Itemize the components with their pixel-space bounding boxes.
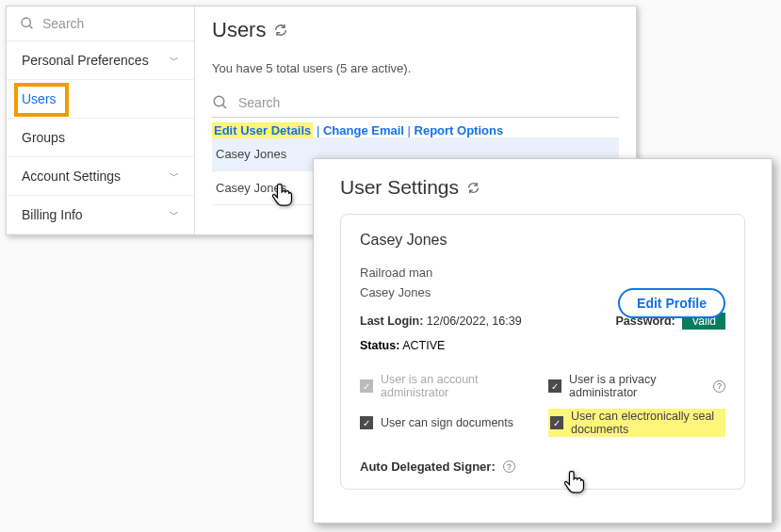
- settings-title: User Settings: [340, 176, 745, 210]
- last-login-label: Last Login:: [360, 314, 423, 328]
- permission-checks: ✓ User is an account administrator ✓ Use…: [360, 373, 725, 437]
- help-icon[interactable]: ?: [713, 380, 725, 393]
- check-privacy-admin[interactable]: ✓ User is a privacy administrator ?: [548, 373, 725, 399]
- status-label: Status:: [360, 339, 399, 352]
- profile-role: Railroad man: [360, 266, 725, 280]
- help-icon[interactable]: ?: [503, 460, 515, 473]
- svg-line-1: [29, 25, 32, 28]
- change-email-link[interactable]: Change Email: [323, 123, 404, 137]
- auto-delegated-signer: Auto Delegated Signer: ?: [360, 459, 725, 474]
- sidebar-search[interactable]: Search: [7, 7, 194, 41]
- sidebar-item-label: Groups: [22, 130, 65, 145]
- refresh-icon[interactable]: [273, 23, 288, 38]
- check-label: User is a privacy administrator: [569, 373, 708, 399]
- separator: |: [313, 123, 323, 137]
- chevron-down-icon: ﹀: [170, 54, 179, 67]
- check-account-admin: ✓ User is an account administrator: [360, 373, 537, 399]
- chevron-down-icon: ﹀: [170, 208, 179, 221]
- separator: |: [404, 123, 415, 137]
- svg-line-3: [222, 105, 226, 108]
- auto-delegated-label: Auto Delegated Signer:: [360, 459, 496, 474]
- svg-point-0: [22, 18, 30, 26]
- last-login-value: 12/06/2022, 16:39: [427, 314, 522, 328]
- sidebar-item-users[interactable]: Users: [7, 80, 194, 119]
- svg-point-2: [214, 96, 224, 106]
- search-icon: [212, 94, 229, 111]
- sidebar-item-personal-prefs[interactable]: Personal Preferences ﹀: [7, 41, 194, 80]
- sidebar-item-account-settings[interactable]: Account Settings ﹀: [7, 157, 194, 196]
- user-settings-panel: User Settings Casey Jones Railroad man C…: [313, 158, 773, 524]
- checkbox-icon: ✓: [360, 379, 373, 393]
- search-icon: [20, 16, 35, 31]
- checkbox-icon: ✓: [360, 416, 373, 429]
- users-search[interactable]: Search: [212, 89, 619, 118]
- check-label: User is an account administrator: [381, 373, 537, 399]
- edit-user-details-link[interactable]: Edit User Details: [212, 122, 313, 138]
- settings-title-text: User Settings: [340, 176, 459, 199]
- profile-card: Casey Jones Railroad man Casey Jones Edi…: [340, 214, 745, 490]
- sidebar-item-billing-info[interactable]: Billing Info ﹀: [7, 196, 194, 234]
- users-search-placeholder: Search: [238, 95, 280, 110]
- sidebar-search-placeholder: Search: [42, 16, 84, 31]
- status-value: ACTIVE: [402, 339, 445, 352]
- check-label: User can sign documents: [381, 416, 513, 429]
- sidebar-item-label: Account Settings: [22, 169, 121, 184]
- profile-name: Casey Jones: [360, 232, 725, 249]
- sidebar-item-label: Users: [22, 91, 57, 106]
- page-title: Users: [212, 18, 619, 42]
- action-bar: Edit User Details | Change Email | Repor…: [212, 123, 619, 137]
- sidebar-item-groups[interactable]: Groups: [7, 119, 194, 157]
- sidebar-item-label: Billing Info: [22, 207, 83, 222]
- refresh-icon[interactable]: [466, 181, 480, 195]
- status-row: Status: ACTIVE: [360, 339, 725, 352]
- check-label: User can electronically seal documents: [571, 410, 724, 436]
- checkbox-icon: ✓: [550, 416, 563, 429]
- check-seal-docs[interactable]: ✓ User can electronically seal documents: [548, 409, 725, 437]
- page-title-text: Users: [212, 18, 266, 42]
- sidebar: Search Personal Preferences ﹀ Users Grou…: [7, 7, 195, 234]
- checkbox-icon: ✓: [548, 379, 561, 393]
- sidebar-item-label: Personal Preferences: [22, 53, 149, 68]
- chevron-down-icon: ﹀: [170, 169, 179, 183]
- edit-profile-button[interactable]: Edit Profile: [618, 288, 725, 318]
- check-sign-docs[interactable]: ✓ User can sign documents: [360, 409, 537, 437]
- report-options-link[interactable]: Report Options: [415, 123, 504, 137]
- user-count-text: You have 5 total users (5 are active).: [212, 61, 619, 75]
